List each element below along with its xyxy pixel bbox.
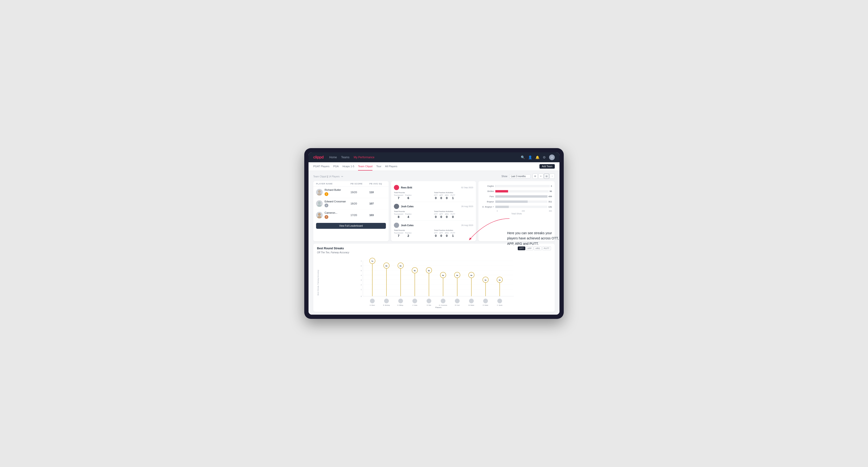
- bell-icon[interactable]: 🔔: [535, 155, 539, 159]
- nav-bar: clippd Home Teams My Performance 🔍 👤 🔔 ⚙…: [309, 152, 559, 162]
- subnav-pga[interactable]: PGA: [333, 162, 339, 170]
- annotation-box: Here you can see streaks your players ha…: [507, 230, 559, 246]
- show-controls: Show Last 3 months ⊞ ≡ ▤ ↕: [501, 174, 555, 179]
- svg-text:B. McHerg: B. McHerg: [383, 305, 390, 306]
- nav-links: Home Teams My Performance: [329, 156, 374, 159]
- svg-point-0: [318, 190, 321, 193]
- subnav-team-clippd[interactable]: Team Clippd: [358, 162, 372, 170]
- rounds-label-1: Total Rounds: [394, 191, 433, 194]
- svg-text:D. Billing..: D. Billing..: [398, 305, 404, 306]
- streaks-filter-btns: OTT APP ARG PUTT: [518, 247, 551, 250]
- view-icons: ⊞ ≡ ▤ ↕: [533, 174, 555, 179]
- add-team-button[interactable]: Add Team: [539, 164, 555, 168]
- grid-view-btn[interactable]: ⊞: [533, 174, 538, 179]
- arg-stat-3: ARG 0: [445, 232, 448, 238]
- svg-point-36: [398, 299, 403, 303]
- filter-ott[interactable]: OTT: [518, 247, 525, 250]
- pb-score-1: 19/20: [350, 191, 369, 194]
- bar-track-eagles: [495, 185, 550, 187]
- nav-left: clippd Home Teams My Performance: [313, 155, 375, 159]
- svg-text:5x: 5x: [414, 270, 416, 272]
- svg-text:7x: 7x: [371, 260, 373, 262]
- streaks-header: Best Round Streaks OTT APP ARG PUTT: [317, 247, 551, 250]
- player-name-section-1: Richard Butler 1: [324, 188, 341, 196]
- annotation-text: Here you can see streaks your players ha…: [507, 230, 559, 246]
- practice-stat-1: Practice 6: [405, 194, 412, 200]
- subnav-all-players[interactable]: All Players: [385, 162, 398, 170]
- pb-score-2: 18/20: [350, 202, 369, 205]
- putt-stat-2: PUTT 0: [451, 213, 455, 219]
- total-rounds-1: Total Rounds Tournament 7: [394, 191, 433, 200]
- bar-label-pars: Pars: [481, 195, 495, 198]
- player-info-2: Edward Crossman 2: [316, 200, 350, 208]
- bar-label-birdies: Birdies: [481, 190, 495, 192]
- svg-point-1: [317, 193, 321, 195]
- list-view-btn[interactable]: ≡: [538, 174, 544, 179]
- rounds-label-3: Total Rounds: [394, 229, 433, 231]
- col-player-name: PLAYER NAME: [316, 183, 350, 185]
- col-pb-score: PB SCORE: [350, 183, 369, 185]
- filter-arg[interactable]: ARG: [534, 247, 542, 250]
- edit-icon[interactable]: ✏: [341, 175, 343, 178]
- view-leaderboard-btn[interactable]: View Full Leaderboard: [316, 223, 386, 229]
- tournament-stat-1: Tournament 7: [394, 194, 403, 200]
- tournament-stat-2: Tournament 8: [394, 213, 403, 219]
- arg-stat-1: ARG 0: [445, 194, 448, 200]
- practice-activities-1: Total Practice Activities OTT 0: [434, 191, 473, 200]
- subnav-hcaps[interactable]: Hcaps 1-5: [342, 162, 354, 170]
- practice-activities-2: Total Practice Activities OTT 0: [434, 210, 473, 219]
- total-rounds-3: Total Rounds Tournament 7: [394, 229, 433, 238]
- practice-numbers-2: OTT 0 APP 0: [434, 213, 473, 219]
- svg-point-2: [318, 201, 321, 204]
- sub-nav: PGAT Players PGA Hcaps 1-5 Team Clippd T…: [309, 162, 559, 171]
- nav-right: 🔍 👤 🔔 ⚙ U: [521, 154, 555, 160]
- table-row[interactable]: Richard Butler 1 19/20 110: [313, 187, 389, 198]
- practice-label-2: Total Practice Activities: [434, 210, 473, 213]
- subnav-pgat[interactable]: PGAT Players: [313, 162, 330, 170]
- svg-text:E. Ebert: E. Ebert: [370, 305, 375, 306]
- search-icon[interactable]: 🔍: [521, 155, 525, 159]
- table-row[interactable]: Cameron... 3 17/20 103: [313, 210, 389, 221]
- table-row[interactable]: Edward Crossman 2 18/20 107: [313, 198, 389, 210]
- stats-row-header-2: Josh Coles 26 Aug 2023: [394, 204, 473, 209]
- streaks-section: Best Round Streaks OTT APP ARG PUTT Off …: [313, 244, 555, 312]
- card-view-btn[interactable]: ▤: [544, 174, 549, 179]
- nav-home[interactable]: Home: [329, 156, 337, 159]
- stats-name-2: Josh Coles: [401, 205, 413, 208]
- period-select[interactable]: Last 3 months: [509, 174, 531, 178]
- svg-point-4: [318, 213, 321, 216]
- stats-row-header-1: Rees Britt 02 Sep 2023: [394, 185, 473, 190]
- bar-label-eagles: Eagles: [481, 185, 495, 187]
- rounds-numbers-2: Tournament 8 Practice 4: [394, 213, 433, 219]
- stats-avatar-1: [394, 185, 399, 190]
- avatar[interactable]: U: [549, 154, 555, 160]
- stats-row-2: Josh Coles 26 Aug 2023 Total Rounds: [393, 202, 474, 221]
- pb-avg-2: 107: [369, 202, 386, 205]
- subnav-tour[interactable]: Tour: [376, 162, 381, 170]
- team-name-text: Team Clippd: [313, 175, 327, 178]
- svg-text:Players: Players: [435, 306, 441, 308]
- streaks-chart-svg: 7 6 5 4 3 2: [321, 256, 551, 308]
- user-icon[interactable]: 👤: [528, 155, 532, 159]
- bar-val-pars: 499: [549, 195, 552, 198]
- svg-text:6x: 6x: [400, 265, 402, 267]
- stats-panel: Rees Britt 02 Sep 2023 Total Rounds: [391, 181, 476, 241]
- settings-icon[interactable]: ⚙: [543, 155, 546, 159]
- svg-point-26: [370, 299, 375, 303]
- ott-stat-3: OTT 0: [434, 232, 437, 238]
- svg-point-66: [483, 299, 488, 303]
- player-badge-2: 2: [324, 204, 328, 207]
- bar-track-pars: [495, 195, 548, 198]
- nav-teams[interactable]: Teams: [341, 156, 349, 159]
- practice-stat-3: Practice 2: [405, 232, 412, 238]
- filter-putt[interactable]: PUTT: [542, 247, 551, 250]
- filter-app[interactable]: APP: [526, 247, 533, 250]
- svg-text:R. Britt: R. Britt: [427, 305, 431, 306]
- table-view-btn[interactable]: ↕: [550, 174, 555, 179]
- stats-avatar-3: [394, 223, 399, 228]
- player-name-section-3: Cameron... 3: [324, 211, 337, 219]
- bar-track-dbogeys: [495, 206, 548, 208]
- nav-my-performance[interactable]: My Performance: [353, 156, 374, 159]
- streaks-subtitle: Off The Tee, Fairway Accuracy: [317, 251, 551, 254]
- bar-chart-x-title: Total Shots: [481, 213, 552, 215]
